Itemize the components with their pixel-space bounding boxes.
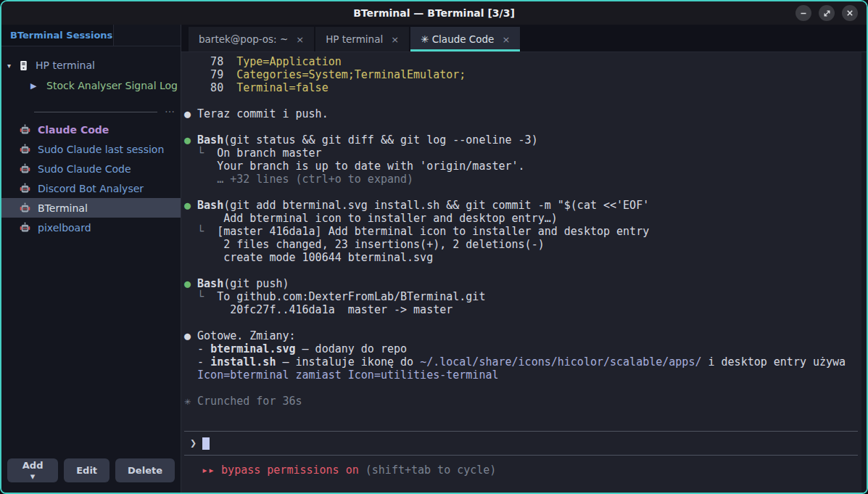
tab-close-icon[interactable]: × — [502, 34, 510, 45]
delete-button[interactable]: Delete — [115, 458, 175, 482]
terminal-text: Type=Application — [236, 55, 342, 68]
terminal-text: Terminal=false — [236, 81, 328, 94]
terminal-line — [184, 94, 859, 107]
terminal-text: Categories=System;TerminalEmulator; — [236, 68, 466, 81]
divider-line — [34, 112, 157, 112]
terminal-text: Add bterminal icon to installer and desk… — [184, 212, 558, 225]
terminal-line — [184, 264, 859, 277]
session-item-pixelboard[interactable]: pixelboard — [1, 218, 181, 237]
terminal-text: Your branch is up to date with 'origin/m… — [184, 160, 525, 173]
terminal-line — [184, 186, 859, 199]
app-window: BTerminal — BTerminal [3/3] BTerminal Se… — [0, 0, 868, 494]
terminal-text: └ — [184, 147, 217, 160]
sidebar-header-label: BTerminal Sessions — [10, 30, 112, 41]
terminal-line: 20fc27f..416da1a master -> master — [184, 303, 859, 316]
terminal-text: … +32 lines (ctrl+o to expand) — [184, 173, 413, 186]
status-text: ▸▸ bypass permissions on — [202, 464, 359, 477]
terminal-text: Bash — [197, 133, 223, 147]
terminal-text: install.sh — [210, 355, 276, 369]
terminal-text: 78 — [184, 55, 236, 68]
session-label: BTerminal — [38, 202, 88, 214]
session-item-sudo-claude-code[interactable]: Sudo Claude Code — [1, 159, 181, 178]
minimize-icon[interactable] — [795, 5, 811, 21]
tab-label: bartek@pop-os: ~ — [199, 33, 288, 45]
tab-close-icon[interactable]: × — [296, 34, 304, 45]
computer-icon — [19, 60, 28, 71]
terminal-text: └ — [184, 225, 217, 238]
terminal-text: 80 — [184, 81, 236, 94]
terminal-text: 2 files changed, 23 insertions(+), 2 del… — [184, 238, 545, 251]
sidebar-buttons: Add ▾ Edit Delete — [1, 451, 181, 493]
maximize-icon[interactable] — [819, 5, 835, 21]
close-icon[interactable] — [842, 5, 858, 21]
terminal-text: (git push) — [223, 277, 289, 290]
scrollbar-track[interactable] — [861, 52, 867, 493]
status-text: (shift+tab to cycle) — [359, 464, 497, 477]
session-item-bterminal[interactable]: BTerminal — [1, 198, 181, 218]
robot-icon — [19, 163, 31, 175]
terminal-text: ● — [184, 133, 197, 147]
terminal-text: 79 — [184, 68, 236, 81]
terminal-text: - — [184, 355, 210, 369]
terminal-text: Icon=bterminal zamiast Icon=utilities-te… — [184, 369, 498, 382]
terminal-line: Add bterminal icon to installer and desk… — [184, 212, 859, 225]
session-item-claude-code[interactable]: Claude Code — [1, 120, 181, 139]
terminal-text: (git add bterminal.svg install.sh && git… — [223, 199, 649, 212]
terminal-text: └ — [184, 290, 217, 303]
terminal-text: — dodany do repo — [296, 342, 408, 355]
session-item-discord-bot-analyser[interactable]: Discord Bot Analyser — [1, 178, 181, 198]
terminal-text: [master 416da1a] Add bterminal icon to i… — [217, 225, 649, 238]
tab-hp-terminal[interactable]: HP terminal× — [315, 27, 409, 52]
session-label: pixelboard — [38, 222, 91, 234]
terminal-line: 2 files changed, 23 insertions(+), 2 del… — [184, 238, 859, 251]
session-tree: ▾ HP terminal ▶ Stock Analyser Signal Lo… — [1, 46, 181, 96]
terminal-text: i desktop entry używa — [701, 355, 846, 369]
terminal-text: ● — [184, 199, 197, 212]
terminal-view[interactable]: 78 Type=Application 79 Categories=System… — [181, 52, 867, 493]
terminal-line: ● Bash(git status && git diff && git log… — [184, 133, 859, 147]
tab-close-icon[interactable]: × — [391, 34, 399, 45]
terminal-line: … +32 lines (ctrl+o to expand) — [184, 173, 859, 186]
terminal-line — [184, 382, 859, 395]
sidebar-header: BTerminal Sessions — [1, 25, 181, 46]
title-bar[interactable]: BTerminal — BTerminal [3/3] — [1, 1, 867, 25]
terminal-line: 78 Type=Application — [184, 55, 859, 68]
tree-item-label: HP terminal — [36, 59, 95, 71]
main-split: BTerminal Sessions ▾ HP terminal ▶ Stock… — [1, 25, 867, 493]
expand-arrow-icon[interactable]: ▶ — [30, 81, 46, 91]
terminal-text: ✳ Crunched for 36s — [184, 395, 302, 408]
terminal-text: bterminal.svg — [210, 342, 295, 355]
session-list: Claude CodeSudo Claude last sessionSudo … — [1, 120, 181, 237]
robot-icon — [19, 222, 31, 234]
sidebar-header-tab: BTerminal Sessions — [1, 25, 114, 46]
tree-item-hp-terminal[interactable]: ▾ HP terminal — [1, 55, 181, 75]
text-cursor — [202, 437, 210, 450]
terminal-line: ● Gotowe. Zmiany: — [184, 329, 859, 342]
terminal-text: ● Teraz commit i push. — [184, 107, 328, 120]
terminal-line — [184, 316, 859, 329]
terminal-line: ● Teraz commit i push. — [184, 107, 859, 120]
tab-label: ✳ Claude Code — [421, 33, 494, 45]
terminal-line: create mode 100644 bterminal.svg — [184, 251, 859, 264]
tab-bar: bartek@pop-os: ~×HP terminal×✳ Claude Co… — [181, 25, 867, 52]
terminal-text: On branch master — [217, 147, 322, 160]
terminal-line: └ To github.com:DexterFromLab/BTerminal.… — [184, 290, 859, 303]
edit-button[interactable]: Edit — [64, 458, 109, 482]
session-item-sudo-claude-last-session[interactable]: Sudo Claude last session — [1, 139, 181, 159]
robot-icon — [19, 144, 31, 155]
prompt-chevron: ❯ — [190, 437, 197, 450]
permissions-status: ▸▸ bypass permissions on (shift+tab to c… — [184, 456, 859, 477]
terminal-line: - install.sh — instaluje ikonę do ~/.loc… — [184, 355, 859, 369]
terminal-text: ● Gotowe. Zmiany: — [184, 329, 296, 342]
add-button[interactable]: Add ▾ — [7, 458, 58, 482]
tree-item-stock-analyser-signal-log[interactable]: ▶ Stock Analyser Signal Log — [1, 75, 181, 96]
terminal-text: — instaluje ikonę do — [276, 355, 420, 369]
terminal-line: Your branch is up to date with 'origin/m… — [184, 160, 859, 173]
caret-down-icon[interactable]: ▾ — [7, 62, 19, 70]
session-label: Discord Bot Analyser — [38, 183, 144, 194]
terminal-input[interactable]: ❯ — [184, 431, 858, 456]
tab-claude-code[interactable]: ✳ Claude Code× — [410, 27, 520, 52]
tab-bartek-pop-os[interactable]: bartek@pop-os: ~× — [189, 27, 314, 52]
terminal-output: 78 Type=Application 79 Categories=System… — [184, 55, 859, 408]
terminal-text: - — [184, 342, 210, 355]
